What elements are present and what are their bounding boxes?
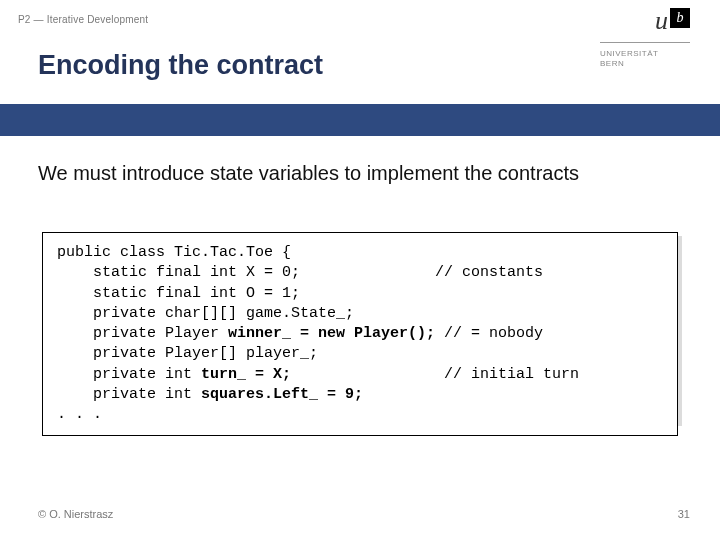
slide: P2 — Iterative Development ub UNIVERSITÄ…	[0, 0, 720, 540]
logo-ub: ub	[600, 6, 690, 36]
code-line: // initial turn	[291, 366, 579, 383]
logo-u-glyph: u	[655, 6, 668, 36]
code-line: . . .	[57, 406, 102, 423]
code-line: static final int X = 0; // constants	[57, 264, 543, 281]
accent-bar	[0, 104, 720, 136]
code-line: public class Tic.Tac.Toe {	[57, 244, 291, 261]
code-line: private int	[57, 366, 201, 383]
code-bold: winner_ = new Player();	[228, 325, 435, 342]
code-line: private Player[] player_;	[57, 345, 318, 362]
breadcrumb: P2 — Iterative Development	[18, 14, 148, 25]
code-bold: squares.Left_ = 9;	[201, 386, 363, 403]
page-title: Encoding the contract	[38, 50, 323, 81]
code-line: private char[][] game.State_;	[57, 305, 354, 322]
university-logo: ub UNIVERSITÄT BERN	[600, 6, 690, 70]
code-bold: turn_ = X;	[201, 366, 291, 383]
footer-copyright: © O. Nierstrasz	[38, 508, 113, 520]
code-line: private int	[57, 386, 201, 403]
logo-b-glyph: b	[670, 8, 690, 28]
logo-university-text: UNIVERSITÄT BERN	[600, 49, 690, 70]
logo-divider	[600, 42, 690, 43]
code-block: public class Tic.Tac.Toe { static final …	[42, 232, 678, 436]
code-content: public class Tic.Tac.Toe { static final …	[42, 232, 678, 436]
code-line: static final int O = 1;	[57, 285, 300, 302]
page-number: 31	[678, 508, 690, 520]
logo-uni-line1: UNIVERSITÄT	[600, 49, 690, 59]
code-line: // = nobody	[435, 325, 543, 342]
body-paragraph: We must introduce state variables to imp…	[38, 160, 678, 186]
code-line: private Player	[57, 325, 228, 342]
logo-uni-line2: BERN	[600, 59, 690, 69]
